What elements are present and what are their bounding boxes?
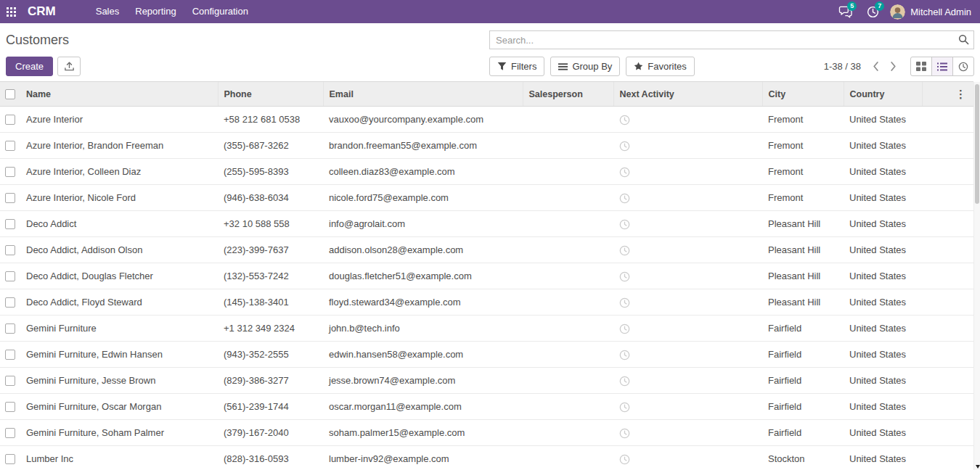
filters-button[interactable]: Filters [489,57,544,76]
table-row[interactable]: Gemini Furniture, Jesse Brown(829)-386-3… [0,368,973,394]
row-checkbox[interactable] [5,271,15,281]
table-row[interactable]: Deco Addict, Douglas Fletcher(132)-553-7… [0,263,973,289]
cell-filler [922,107,973,133]
vertical-scrollbar[interactable] [973,82,980,470]
cell-next-activity [613,289,762,316]
next-activity-clock-icon[interactable] [619,115,630,125]
scroll-down-arrow-icon[interactable] [974,465,980,469]
next-activity-clock-icon[interactable] [619,167,630,178]
export-button[interactable] [57,57,81,76]
table-row[interactable]: Gemini Furniture, Edwin Hansen(943)-352-… [0,342,973,368]
table-row[interactable]: Deco Addict+32 10 588 558info@agrolait.c… [0,211,973,237]
cell-city: Pleasant Hill [762,289,844,316]
chevron-right-icon [890,62,897,71]
activity-clock-icon [958,62,968,72]
messages-badge: 5 [847,1,857,11]
create-button[interactable]: Create [6,57,53,76]
cell-country: United States [844,394,922,420]
cell-next-activity [613,133,762,159]
next-activity-clock-icon[interactable] [619,219,630,230]
table-row[interactable]: Lumber Inc(828)-316-0593lumber-inv92@exa… [0,446,973,470]
table-row[interactable]: Azure Interior, Brandon Freeman(355)-687… [0,133,973,159]
next-activity-clock-icon[interactable] [619,245,630,256]
cell-next-activity [613,316,762,342]
cell-salesperson [523,107,613,133]
cell-filler [922,185,973,211]
select-all-checkbox[interactable] [5,89,15,99]
column-header-phone[interactable]: Phone [218,82,323,107]
kanban-view-button[interactable] [910,57,932,76]
next-activity-clock-icon[interactable] [619,193,630,204]
column-header-email[interactable]: Email [323,82,523,107]
search-icon[interactable] [958,34,969,48]
row-select-cell [0,133,20,159]
next-activity-clock-icon[interactable] [619,350,630,360]
next-activity-clock-icon[interactable] [619,402,630,413]
search-input[interactable] [489,30,974,49]
next-activity-clock-icon[interactable] [619,297,630,308]
row-checkbox[interactable] [5,297,15,308]
activity-view-button[interactable] [952,57,974,76]
optional-columns-toggle-icon[interactable]: ⋮ [955,82,966,106]
pager-previous-button[interactable] [867,57,884,76]
pager-next-button[interactable] [884,57,902,76]
app-name[interactable]: CRM [28,4,56,19]
table-row[interactable]: Azure Interior+58 212 681 0538vauxoo@you… [0,107,973,133]
next-activity-clock-icon[interactable] [619,454,630,465]
group-by-label: Group By [572,61,612,72]
row-checkbox[interactable] [5,115,15,125]
row-select-cell [0,342,20,368]
column-header-next-activity[interactable]: Next Activity [613,82,762,107]
cell-country: United States [844,185,922,211]
next-activity-clock-icon[interactable] [619,141,630,152]
cell-name: Lumber Inc [20,446,218,470]
group-by-button[interactable]: Group By [550,57,620,76]
row-checkbox[interactable] [5,376,15,386]
column-header-salesperson[interactable]: Salesperson [523,82,613,107]
cell-name: Azure Interior [20,107,218,133]
table-row[interactable]: Gemini Furniture, Soham Palmer(379)-167-… [0,420,973,446]
next-activity-clock-icon[interactable] [619,376,630,387]
row-checkbox[interactable] [5,193,15,203]
row-checkbox[interactable] [5,402,15,412]
row-checkbox[interactable] [5,167,15,177]
scrollbar-thumb[interactable] [975,84,979,204]
column-header-name[interactable]: Name [20,82,218,107]
cell-next-activity [613,394,762,420]
table-row[interactable]: Gemini Furniture+1 312 349 2324john.b@te… [0,316,973,342]
menu-configuration[interactable]: Configuration [184,0,256,23]
next-activity-clock-icon[interactable] [619,323,630,334]
table-row[interactable]: Deco Addict, Addison Olson(223)-399-7637… [0,237,973,263]
row-checkbox[interactable] [5,350,15,360]
row-checkbox[interactable] [5,428,15,438]
row-checkbox[interactable] [5,245,15,255]
table-row[interactable]: Gemini Furniture, Oscar Morgan(561)-239-… [0,394,973,420]
next-activity-clock-icon[interactable] [619,271,630,282]
favorites-button[interactable]: Favorites [626,57,694,76]
cell-country: United States [844,342,922,368]
row-checkbox[interactable] [5,141,15,151]
row-checkbox[interactable] [5,219,15,229]
user-menu[interactable]: Mitchell Admin [887,4,974,20]
menu-sales[interactable]: Sales [88,0,128,23]
cell-country: United States [844,237,922,263]
row-checkbox[interactable] [5,454,15,464]
table-row[interactable]: Azure Interior, Colleen Diaz(255)-595-83… [0,159,973,185]
cell-phone: (379)-167-2040 [218,420,323,446]
table-row[interactable]: Deco Addict, Floyd Steward(145)-138-3401… [0,289,973,316]
messages-button[interactable]: 5 [832,0,858,23]
cell-email: soham.palmer15@example.com [323,420,523,446]
column-header-country[interactable]: Country [844,82,922,107]
cell-city: Fremont [762,107,844,133]
menu-reporting[interactable]: Reporting [127,0,184,23]
cell-country: United States [844,368,922,394]
apps-menu-button[interactable] [0,0,22,23]
column-header-city[interactable]: City [762,82,844,107]
cell-filler [922,263,973,289]
row-checkbox[interactable] [5,323,15,334]
next-activity-clock-icon[interactable] [619,428,630,439]
list-view-button[interactable] [931,57,953,76]
activities-button[interactable]: 7 [859,0,886,23]
row-select-cell [0,237,20,263]
table-row[interactable]: Azure Interior, Nicole Ford(946)-638-603… [0,185,973,211]
